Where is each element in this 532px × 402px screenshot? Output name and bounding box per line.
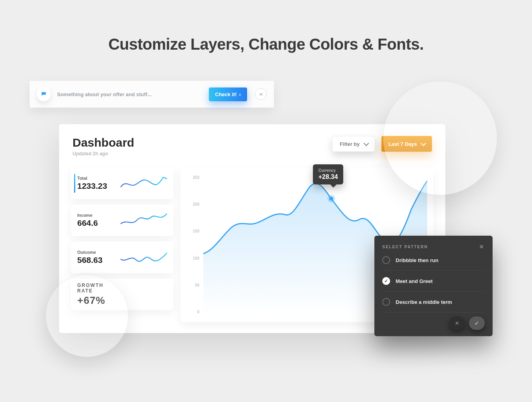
sparkline — [121, 173, 167, 193]
tooltip-label: Currency — [318, 168, 338, 173]
radio-checked-icon: ✓ — [382, 277, 390, 285]
stat-label: Total — [77, 176, 121, 181]
notification-bar: Something about your offer and stuff... … — [30, 81, 274, 108]
sparkline — [121, 210, 167, 230]
chevron-right-icon: › — [239, 91, 241, 97]
stat-card-outcome[interactable]: Outcome 568.63 — [71, 242, 173, 273]
notification-message: Something about your offer and stuff... — [57, 91, 209, 97]
pattern-option[interactable]: Dribbble then run — [382, 250, 485, 271]
range-label: Last 7 Days — [389, 141, 417, 147]
stat-card-income[interactable]: Income 664.6 — [71, 205, 173, 236]
stat-value: 568.63 — [77, 255, 121, 265]
option-label: Describe a middle term — [396, 299, 452, 305]
popover-title: SELECT PATTERN — [382, 245, 428, 249]
chevron-down-icon — [363, 141, 369, 146]
radio-icon — [382, 298, 390, 306]
chat-icon — [37, 87, 51, 101]
chart-tooltip: Currency +28.34 — [313, 164, 343, 184]
stat-label: Income — [77, 213, 121, 218]
filter-by-button[interactable]: Filter by — [332, 136, 375, 152]
svg-point-1 — [329, 197, 333, 201]
stat-card-growth[interactable]: GROWTH RATE +67% — [71, 279, 173, 310]
option-label: Meet and Greet — [396, 278, 433, 284]
page-title: Dashboard — [73, 136, 134, 149]
stat-label: Outcome — [77, 250, 121, 255]
updated-timestamp: Updated 2h ago — [73, 151, 134, 156]
close-icon[interactable]: ✕ — [479, 244, 485, 250]
chevron-down-icon — [420, 141, 426, 146]
radio-icon — [382, 256, 390, 264]
close-icon[interactable]: ✕ — [255, 88, 267, 100]
check-it-button[interactable]: Check it! › — [209, 87, 247, 101]
sparkline — [121, 248, 167, 267]
stat-label: GROWTH RATE — [77, 283, 121, 294]
hero-heading: Customize Layers, Change Colors & Fonts. — [0, 35, 532, 53]
select-pattern-popover: SELECT PATTERN ✕ Dribbble then run ✓ Mee… — [374, 236, 493, 336]
tooltip-value: +28.34 — [318, 173, 338, 181]
stat-card-total[interactable]: Total 1233.23 — [71, 168, 173, 199]
stat-cards: Total 1233.23 Income 664.6 Outcome 568.6… — [71, 168, 173, 310]
cancel-button[interactable]: ✕ — [449, 316, 465, 330]
pattern-option[interactable]: Describe a middle term — [382, 292, 485, 313]
stat-value: +67% — [77, 294, 121, 307]
stat-value: 1233.23 — [77, 181, 121, 191]
filter-label: Filter by — [340, 141, 360, 147]
stat-value: 664.6 — [77, 218, 121, 228]
pattern-option[interactable]: ✓ Meet and Greet — [382, 271, 485, 292]
date-range-button[interactable]: Last 7 Days — [381, 136, 432, 152]
y-axis-labels: 250 200 150 100 50 0 — [188, 175, 199, 314]
option-label: Dribbble then run — [396, 257, 438, 263]
confirm-button[interactable]: ✓ — [469, 316, 485, 330]
cta-label: Check it! — [215, 91, 237, 97]
